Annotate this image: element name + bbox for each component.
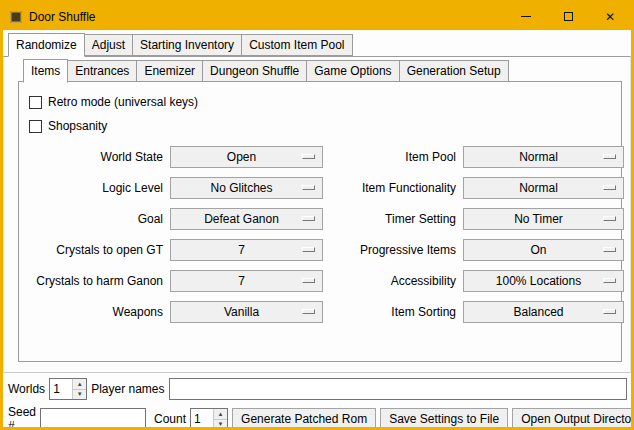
- crystals-ganon-label: Crystals to harm Ganon: [27, 274, 163, 288]
- shopsanity-row: Shopsanity: [27, 114, 621, 138]
- progressive-items-dropdown[interactable]: On: [463, 239, 624, 261]
- logic-level-value: No Glitches: [210, 181, 282, 195]
- dropdown-indicator-icon: [603, 247, 616, 252]
- count-input[interactable]: [191, 409, 213, 429]
- player-names-label: Player names: [91, 382, 164, 396]
- randomize-pane: Items Entrances Enemizer Dungeon Shuffle…: [3, 56, 631, 373]
- open-output-directory-button[interactable]: Open Output Directory: [512, 408, 634, 430]
- item-sorting-label: Item Sorting: [330, 305, 456, 319]
- seed-input[interactable]: [40, 408, 146, 430]
- world-state-label: World State: [27, 150, 163, 164]
- tab-game-options[interactable]: Game Options: [306, 60, 399, 82]
- window-controls: ✕: [505, 3, 631, 30]
- dropdown-indicator-icon: [302, 185, 315, 190]
- accessibility-label: Accessibility: [330, 274, 456, 288]
- item-functionality-value: Normal: [519, 181, 568, 195]
- item-pool-label: Item Pool: [330, 150, 456, 164]
- bottom-bar: Worlds ▲ ▼ Player names Seed # Count: [3, 373, 631, 430]
- goal-label: Goal: [27, 212, 163, 226]
- titlebar[interactable]: Door Shuffle ✕: [3, 3, 631, 30]
- dropdown-indicator-icon: [603, 185, 616, 190]
- player-names-input[interactable]: [169, 378, 628, 400]
- logic-level-dropdown[interactable]: No Glitches: [170, 177, 323, 199]
- window-content: Randomize Adjust Starting Inventory Cust…: [3, 30, 631, 430]
- close-icon: ✕: [605, 11, 615, 23]
- weapons-dropdown[interactable]: Vanilla: [170, 301, 323, 323]
- item-sorting-dropdown[interactable]: Balanced: [463, 301, 624, 323]
- item-functionality-dropdown[interactable]: Normal: [463, 177, 624, 199]
- tab-starting-inventory[interactable]: Starting Inventory: [132, 34, 242, 56]
- dropdown-indicator-icon: [302, 309, 315, 314]
- save-settings-button[interactable]: Save Settings to File: [380, 408, 508, 430]
- worlds-spinner-arrows: ▲ ▼: [72, 379, 86, 399]
- maximize-icon: [564, 12, 573, 21]
- shopsanity-label: Shopsanity: [48, 119, 107, 133]
- count-label: Count: [154, 412, 186, 426]
- item-sorting-value: Balanced: [513, 305, 573, 319]
- tab-custom-item-pool[interactable]: Custom Item Pool: [241, 34, 352, 56]
- crystals-gt-dropdown[interactable]: 7: [170, 239, 323, 261]
- crystals-gt-value: 7: [238, 243, 255, 257]
- spin-up-icon[interactable]: ▲: [73, 379, 86, 389]
- accessibility-value: 100% Locations: [496, 274, 591, 288]
- spin-up-icon[interactable]: ▲: [214, 409, 227, 419]
- worlds-label: Worlds: [8, 382, 45, 396]
- count-spinner: ▲ ▼: [190, 408, 228, 430]
- tab-enemizer[interactable]: Enemizer: [136, 60, 203, 82]
- multiworld-row: Worlds ▲ ▼ Player names: [8, 378, 627, 400]
- tab-items[interactable]: Items: [23, 59, 68, 83]
- shopsanity-checkbox[interactable]: [29, 120, 42, 133]
- generate-row: Seed # Count ▲ ▼ Generate Patched Rom Sa…: [8, 405, 627, 430]
- main-tab-bar: Randomize Adjust Starting Inventory Cust…: [3, 33, 631, 56]
- item-pool-value: Normal: [519, 150, 568, 164]
- progressive-items-value: On: [530, 243, 556, 257]
- worlds-spinner: ▲ ▼: [49, 378, 87, 400]
- world-state-dropdown[interactable]: Open: [170, 146, 323, 168]
- world-state-value: Open: [227, 150, 266, 164]
- minimize-button[interactable]: [505, 3, 547, 30]
- tab-entrances[interactable]: Entrances: [67, 60, 137, 82]
- timer-setting-label: Timer Setting: [330, 212, 456, 226]
- app-icon: [10, 11, 22, 23]
- timer-setting-dropdown[interactable]: No Timer: [463, 208, 624, 230]
- item-pool-dropdown[interactable]: Normal: [463, 146, 624, 168]
- logic-level-label: Logic Level: [27, 181, 163, 195]
- goal-dropdown[interactable]: Defeat Ganon: [170, 208, 323, 230]
- count-spinner-arrows: ▲ ▼: [213, 409, 227, 429]
- window-title: Door Shuffle: [29, 10, 96, 24]
- generate-patched-rom-button[interactable]: Generate Patched Rom: [232, 408, 376, 430]
- dropdown-indicator-icon: [603, 154, 616, 159]
- settings-grid: World State Open Item Pool Normal Logic …: [27, 146, 621, 323]
- timer-setting-value: No Timer: [514, 212, 573, 226]
- progressive-items-label: Progressive Items: [330, 243, 456, 257]
- settings-tab-bar: Items Entrances Enemizer Dungeon Shuffle…: [4, 59, 630, 82]
- dropdown-indicator-icon: [603, 216, 616, 221]
- app-window: Door Shuffle ✕ Randomize Adjust Starting…: [0, 0, 634, 430]
- maximize-button[interactable]: [547, 3, 589, 30]
- crystals-ganon-dropdown[interactable]: 7: [170, 270, 323, 292]
- weapons-value: Vanilla: [224, 305, 269, 319]
- minimize-icon: [521, 16, 531, 17]
- dropdown-indicator-icon: [302, 247, 315, 252]
- goal-value: Defeat Ganon: [204, 212, 289, 226]
- items-pane: Retro mode (universal keys) Shopsanity W…: [18, 81, 622, 362]
- seed-label: Seed #: [8, 405, 36, 430]
- item-functionality-label: Item Functionality: [330, 181, 456, 195]
- tab-adjust[interactable]: Adjust: [84, 34, 133, 56]
- tab-randomize[interactable]: Randomize: [8, 33, 85, 57]
- accessibility-dropdown[interactable]: 100% Locations: [463, 270, 624, 292]
- dropdown-indicator-icon: [603, 309, 616, 314]
- dropdown-indicator-icon: [603, 278, 616, 283]
- crystals-gt-label: Crystals to open GT: [27, 243, 163, 257]
- tab-dungeon-shuffle[interactable]: Dungeon Shuffle: [202, 60, 307, 82]
- retro-mode-label: Retro mode (universal keys): [48, 95, 198, 109]
- weapons-label: Weapons: [27, 305, 163, 319]
- worlds-input[interactable]: [50, 379, 72, 399]
- retro-mode-checkbox[interactable]: [29, 96, 42, 109]
- close-button[interactable]: ✕: [589, 3, 631, 30]
- spin-down-icon[interactable]: ▼: [214, 419, 227, 430]
- spin-down-icon[interactable]: ▼: [73, 389, 86, 400]
- tab-generation-setup[interactable]: Generation Setup: [399, 60, 509, 82]
- retro-mode-row: Retro mode (universal keys): [27, 90, 621, 114]
- dropdown-indicator-icon: [302, 278, 315, 283]
